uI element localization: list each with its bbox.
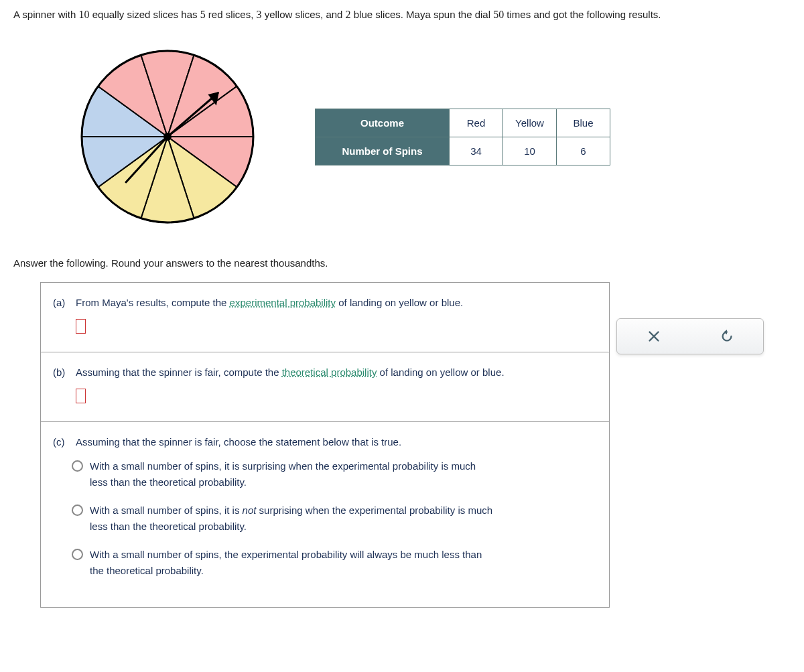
part-a-text-before: From Maya's results, compute the [76, 297, 230, 308]
instruction-text: Answer the following. Round your answers… [13, 257, 791, 269]
spins-red: 34 [450, 137, 503, 165]
spinner-figure [74, 43, 261, 230]
radio-option-2[interactable]: With a small number of spins, it is not … [72, 502, 597, 535]
table-row: Outcome Red Yellow Blue [316, 109, 610, 137]
option-1-line2: less than the theoretical probability. [90, 476, 247, 488]
option-2-pre: With a small number of spins, it is [90, 505, 243, 516]
action-toolbar [616, 318, 764, 354]
outcome-blue: Blue [557, 109, 610, 137]
theoretical-probability-link[interactable]: theoretical probability [282, 366, 377, 378]
answer-input-a[interactable] [76, 319, 86, 334]
part-c: (c) Assuming that the spinner is fair, c… [41, 422, 609, 607]
radio-icon [72, 460, 83, 472]
part-b-letter: (b) [53, 364, 70, 381]
results-table: Outcome Red Yellow Blue Number of Spins … [315, 109, 610, 165]
option-3-line1: With a small number of spins, the experi… [90, 549, 482, 560]
answer-container: (a) From Maya's results, compute the exp… [40, 282, 610, 608]
outcome-yellow: Yellow [503, 109, 557, 137]
answer-input-b[interactable] [76, 389, 86, 403]
spins-header: Number of Spins [316, 137, 450, 165]
radio-option-1[interactable]: With a small number of spins, it is surp… [72, 458, 597, 490]
reset-button[interactable] [714, 323, 740, 350]
option-3-line2: the theoretical probability. [90, 565, 204, 576]
spins-blue: 6 [557, 137, 610, 165]
option-2-line2: less than the theoretical probability. [90, 521, 247, 532]
radio-icon [72, 549, 83, 560]
table-row: Number of Spins 34 10 6 [316, 137, 610, 165]
problem-statement: A spinner with 10 equally sized slices h… [13, 7, 791, 23]
outcome-header: Outcome [316, 109, 450, 137]
part-a-text-after: of landing on yellow or blue. [336, 297, 463, 308]
spins-yellow: 10 [503, 137, 557, 165]
part-b-text-before: Assuming that the spinner is fair, compu… [76, 366, 282, 378]
option-2-em: not [243, 505, 257, 516]
spinner-svg [74, 43, 261, 230]
clear-button[interactable] [641, 323, 667, 350]
part-c-prompt: Assuming that the spinner is fair, choos… [76, 434, 401, 450]
option-2-post: surprising when the experimental probabi… [256, 505, 492, 516]
experimental-probability-link[interactable]: experimental probability [230, 297, 336, 308]
part-a-letter: (a) [53, 295, 70, 311]
part-c-letter: (c) [53, 434, 70, 450]
radio-option-3[interactable]: With a small number of spins, the experi… [72, 547, 597, 579]
radio-icon [72, 505, 83, 516]
radio-group-c: With a small number of spins, it is surp… [53, 458, 597, 579]
part-b: (b) Assuming that the spinner is fair, c… [41, 352, 609, 422]
option-1-line1: With a small number of spins, it is surp… [90, 460, 476, 472]
undo-icon [720, 329, 734, 344]
part-a: (a) From Maya's results, compute the exp… [41, 283, 609, 352]
part-b-text-after: of landing on yellow or blue. [377, 366, 504, 378]
outcome-red: Red [450, 109, 503, 137]
figure-and-table: Outcome Red Yellow Blue Number of Spins … [74, 43, 791, 230]
close-icon [647, 329, 661, 344]
